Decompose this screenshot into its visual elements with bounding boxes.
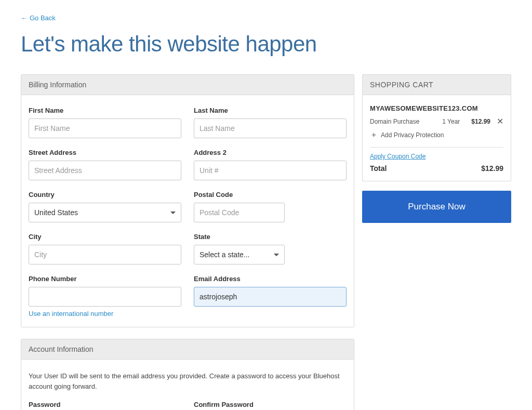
cart-header: SHOPPING CART: [363, 75, 511, 95]
page-title: Let's make this website happen: [21, 32, 511, 57]
state-select[interactable]: Select a state...: [194, 245, 285, 264]
go-back-text: Go Back: [30, 14, 56, 22]
cart-item-row: Domain Purchase 1 Year $12.99 ✕: [370, 117, 503, 126]
street-address-label: Street Address: [29, 149, 181, 156]
remove-item-icon[interactable]: ✕: [497, 117, 503, 126]
last-name-input[interactable]: [194, 118, 347, 138]
password-label: Password: [29, 401, 181, 408]
go-back-link[interactable]: ← Go Back: [21, 14, 56, 22]
cart-item-name: Domain Purchase: [370, 118, 438, 125]
email-label: Email Address: [194, 275, 347, 283]
chevron-down-icon: [170, 211, 176, 214]
state-value: Select a state...: [200, 250, 274, 259]
add-privacy-label: Add Privacy Protection: [381, 131, 444, 139]
city-label: City: [29, 233, 181, 241]
address2-input[interactable]: [194, 161, 347, 180]
last-name-label: Last Name: [194, 107, 347, 114]
first-name-label: First Name: [29, 107, 181, 114]
country-label: Country: [29, 191, 181, 199]
cart-total-label: Total: [370, 164, 387, 173]
phone-label: Phone Number: [29, 275, 181, 283]
billing-header: Billing Information: [21, 75, 354, 95]
plus-icon: ＋: [370, 130, 378, 140]
cart-divider: [370, 147, 503, 148]
cart-item-duration: 1 Year: [442, 118, 467, 125]
intl-number-link[interactable]: Use an international number: [29, 310, 181, 318]
address2-label: Address 2: [194, 149, 347, 156]
street-address-input[interactable]: [29, 161, 181, 180]
country-value: United States: [34, 208, 170, 217]
cart-total-value: $12.99: [481, 164, 503, 173]
purchase-now-button[interactable]: Purchase Now: [362, 191, 511, 223]
phone-input[interactable]: [29, 287, 181, 307]
account-panel: Account Information Your User ID will be…: [21, 339, 354, 410]
account-header: Account Information: [21, 339, 354, 360]
cart-item-price: $12.99: [471, 118, 490, 125]
cart-total-row: Total $12.99: [370, 164, 503, 173]
arrow-left-icon: ←: [21, 14, 28, 22]
confirm-password-label: Confirm Password: [194, 401, 347, 408]
country-select[interactable]: United States: [29, 203, 181, 222]
postal-code-input[interactable]: [194, 203, 285, 222]
apply-coupon-link[interactable]: Apply Coupon Code: [370, 153, 503, 160]
first-name-input[interactable]: [29, 118, 181, 138]
add-privacy-button[interactable]: ＋ Add Privacy Protection: [370, 130, 503, 140]
billing-panel: Billing Information First Name Last Name…: [21, 74, 354, 327]
cart-domain-name: MYAWESOMEWEBSITE123.COM: [370, 104, 503, 112]
postal-code-label: Postal Code: [194, 191, 347, 199]
email-input[interactable]: [194, 287, 347, 307]
chevron-down-icon: [274, 254, 279, 256]
shopping-cart-panel: SHOPPING CART MYAWESOMEWEBSITE123.COM Do…: [362, 74, 511, 181]
city-input[interactable]: [29, 245, 181, 264]
account-intro-text: Your User ID will be sent to the email a…: [29, 371, 347, 391]
state-label: State: [194, 233, 347, 241]
